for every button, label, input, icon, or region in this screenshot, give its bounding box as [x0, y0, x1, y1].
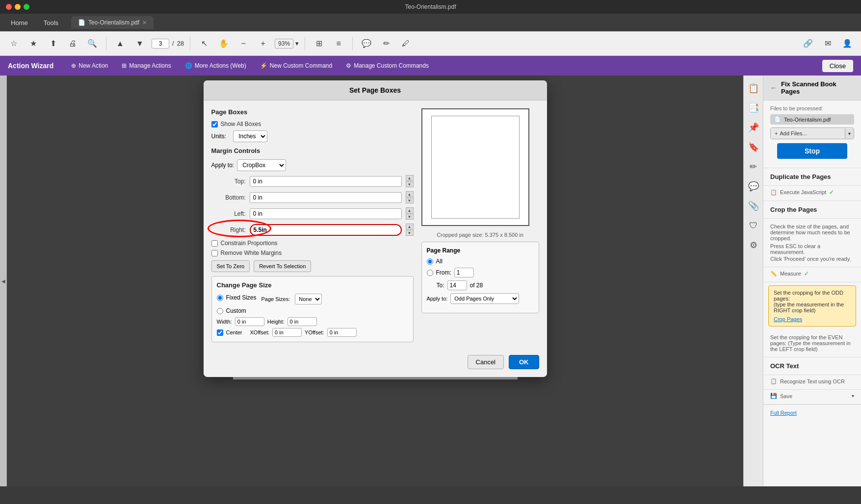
select-btn[interactable]: ↖ [196, 36, 212, 51]
remove-white-checkbox[interactable] [211, 250, 218, 256]
add-files-btn[interactable]: + Add Files... [771, 128, 845, 139]
print-btn[interactable]: 🖨 [65, 36, 80, 51]
menu-home[interactable]: Home [8, 17, 31, 28]
upload-btn[interactable]: ⬆ [45, 36, 61, 51]
menu-tools[interactable]: Tools [41, 17, 61, 28]
measure-action[interactable]: 📏 Measure ✓ [763, 267, 861, 282]
icon-7[interactable]: 📎 [745, 197, 762, 215]
hand-btn[interactable]: ✋ [216, 36, 232, 51]
icon-9[interactable]: ⚙ [745, 236, 762, 254]
all-pages-row: All [427, 258, 534, 265]
collapse-handle[interactable]: ◀ [0, 76, 7, 486]
custom-radio[interactable] [217, 308, 223, 314]
next-page-btn[interactable]: ▼ [132, 36, 148, 51]
top-input[interactable] [250, 176, 402, 187]
units-select[interactable]: Inches [233, 130, 267, 142]
dialog-body: Page Boxes Show All Boxes Units: Inches … [204, 101, 547, 350]
comment-btn[interactable]: 💬 [359, 36, 374, 51]
scroll-btn[interactable]: ≡ [331, 36, 346, 51]
bottom-input[interactable] [250, 192, 402, 203]
xoffset-input[interactable] [272, 328, 302, 337]
center-checkbox[interactable] [217, 329, 223, 336]
manage-actions-btn[interactable]: ⊞ Manage Actions [116, 60, 177, 72]
constrain-checkbox[interactable] [211, 240, 218, 247]
apply-to-pages-select[interactable]: Odd Pages Only [450, 293, 519, 304]
right-down[interactable]: ▼ [406, 230, 414, 236]
user-btn[interactable]: 👤 [839, 36, 855, 51]
icon-4[interactable]: 🔖 [745, 138, 762, 156]
crop-pages-link[interactable]: Crop Pages [774, 316, 851, 322]
icon-3[interactable]: 📌 [745, 119, 762, 136]
all-pages-radio[interactable] [427, 258, 433, 265]
search-btn[interactable]: 🔍 [84, 36, 100, 51]
save-dropdown[interactable]: ▾ [852, 393, 854, 399]
apply-to-label: Apply to: [211, 162, 235, 169]
left-down[interactable]: ▼ [406, 214, 414, 220]
show-all-boxes-label: Show All Boxes [221, 121, 261, 127]
pen-btn[interactable]: ✏ [378, 36, 394, 51]
bottom-up[interactable]: ▲ [406, 191, 414, 197]
link-btn[interactable]: 🔗 [800, 36, 816, 51]
ok-btn[interactable]: OK [509, 355, 539, 369]
save-action[interactable]: 💾 Save ▾ [763, 390, 861, 404]
remove-white-label: Remove White Margins [221, 250, 282, 256]
left-up[interactable]: ▲ [406, 207, 414, 213]
prev-page-btn[interactable]: ▲ [112, 36, 128, 51]
zoom-out-btn[interactable]: − [235, 36, 251, 51]
manage-custom-cmds-btn[interactable]: ⚙ Manage Custom Commands [340, 60, 435, 72]
zoom-value[interactable]: 93% [275, 39, 293, 49]
new-action-btn[interactable]: ⊕ New Action [65, 60, 114, 72]
ocr-action[interactable]: 📋 Recognize Text using OCR [763, 375, 861, 390]
width-input[interactable] [235, 317, 264, 326]
add-files-arrow[interactable]: ▾ [845, 128, 854, 139]
revert-btn[interactable]: Revert To Selection [254, 260, 311, 272]
top-up[interactable]: ▲ [406, 175, 414, 181]
set-to-zero-btn[interactable]: Set To Zero [211, 260, 250, 272]
right-up[interactable]: ▲ [406, 224, 414, 229]
bookmark-btn[interactable]: ☆ [6, 36, 22, 51]
maximize-button[interactable] [24, 4, 29, 10]
left-input[interactable] [250, 208, 402, 219]
minimize-button[interactable] [15, 4, 21, 10]
main-layout: ◀ « 216 » Desert Passions the Middle Eas… [0, 76, 861, 486]
page-sizes-select[interactable]: None [295, 294, 322, 304]
apply-to-select[interactable]: CropBox [237, 159, 286, 171]
icon-2[interactable]: 📑 [745, 99, 762, 117]
more-actions-btn[interactable]: 🌐 More Actions (Web) [179, 60, 252, 72]
star-btn[interactable]: ★ [26, 36, 41, 51]
execute-js-action[interactable]: 📋 Execute JavaScript ✓ [763, 186, 861, 201]
close-button[interactable] [6, 4, 12, 10]
zoom-dropdown-icon[interactable]: ▾ [295, 40, 299, 47]
tab-close-icon[interactable]: ✕ [142, 20, 147, 26]
duplicate-pages-action[interactable]: Duplicate the Pages [763, 168, 861, 186]
full-report-link[interactable]: Full Report [770, 410, 797, 416]
action-bar-close-btn[interactable]: Close [822, 60, 853, 72]
from-input[interactable] [454, 268, 474, 277]
from-to-radio[interactable] [427, 270, 433, 276]
cancel-btn[interactable]: Cancel [468, 355, 504, 369]
crop-pages-action[interactable]: Crop the Pages [763, 201, 861, 219]
icon-1[interactable]: 📋 [745, 79, 762, 97]
marker-btn[interactable]: 🖊 [398, 36, 414, 51]
yoffset-input[interactable] [327, 328, 357, 337]
add-files-row: + Add Files... ▾ [770, 127, 854, 139]
fixed-sizes-radio[interactable] [217, 295, 223, 301]
tab-document[interactable]: 📄 Teo-Orientalism.pdf ✕ [71, 16, 154, 29]
height-input[interactable] [287, 317, 317, 326]
mail-btn[interactable]: ✉ [820, 36, 835, 51]
top-down[interactable]: ▼ [406, 181, 414, 187]
zoom-in-btn[interactable]: + [255, 36, 271, 51]
bottom-down[interactable]: ▼ [406, 198, 414, 203]
page-input[interactable] [152, 39, 169, 49]
icon-5[interactable]: ✏ [745, 158, 762, 176]
view-btn[interactable]: ⊞ [311, 36, 327, 51]
icon-8[interactable]: 🛡 [745, 217, 762, 234]
back-btn[interactable]: ← [770, 84, 777, 92]
margin-controls-label: Margin Controls [211, 147, 414, 154]
show-all-boxes-checkbox[interactable] [211, 121, 218, 127]
to-input[interactable] [447, 280, 467, 290]
icon-6[interactable]: 💬 [745, 177, 762, 195]
new-custom-cmd-btn[interactable]: ⚡ New Custom Command [254, 60, 338, 72]
stop-btn[interactable]: Stop [777, 143, 847, 159]
right-input[interactable] [250, 224, 402, 236]
